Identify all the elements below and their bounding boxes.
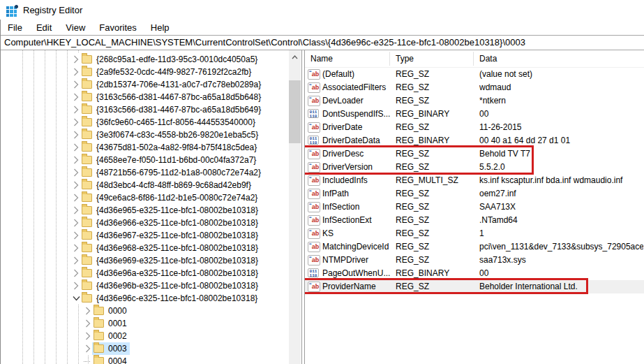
value-row-driverversion[interactable]: “abDriverVersionREG_SZ5.5.2.0 xyxy=(305,161,644,174)
menu-item-file[interactable]: File xyxy=(1,21,29,35)
tree-item-2db15374-706e-4131-a0c7-d7c78eb0289a[interactable]: {2db15374-706e-4131-a0c7-d7c78eb0289a} xyxy=(1,78,289,91)
tree-node[interactable]: 0002 xyxy=(92,330,130,342)
tree-item-4d36e96c-e325-11ce-bfc1-08002be10318[interactable]: {4d36e96c-e325-11ce-bfc1-08002be10318} xyxy=(1,292,289,305)
tree-item-4d36e967-e325-11ce-bfc1-08002be10318[interactable]: {4d36e967-e325-11ce-bfc1-08002be10318} xyxy=(1,229,289,242)
chevron-right-icon[interactable] xyxy=(72,154,80,166)
tree-node[interactable]: {49ce6ac8-6f86-11d2-b1e5-0080c72e74a2} xyxy=(80,191,260,204)
chevron-right-icon[interactable] xyxy=(72,129,80,141)
tree-node[interactable]: {4d36e966-e325-11ce-bfc1-08002be10318} xyxy=(80,217,261,229)
menu-item-edit[interactable]: Edit xyxy=(29,21,59,35)
tree-node[interactable]: {36fc9e60-c465-11cf-8056-444553540000} xyxy=(80,116,258,129)
tree-item-43675d81-502a-4a82-9f84-b75f418c5dea[interactable]: {43675d81-502a-4a82-9f84-b75f418c5dea} xyxy=(1,141,289,154)
tree-item-4d36e969-e325-11ce-bfc1-08002be10318[interactable]: {4d36e969-e325-11ce-bfc1-08002be10318} xyxy=(1,254,289,267)
pane-splitter[interactable] xyxy=(301,50,302,364)
tree-item-48d3ebc4-4cf8-48ff-b869-9c68ad42eb9f[interactable]: {48d3ebc4-4cf8-48ff-b869-9c68ad42eb9f} xyxy=(1,179,289,191)
chevron-right-icon[interactable] xyxy=(72,116,80,129)
chevron-right-icon[interactable] xyxy=(72,78,80,91)
tree-node[interactable]: {3163c566-d381-4467-87bc-a65a18d5b649} xyxy=(80,103,264,116)
value-row-driverdesc[interactable]: “abDriverDescREG_SZBehold TV T7 xyxy=(305,147,644,161)
tree-node[interactable]: {4d36e969-e325-11ce-bfc1-08002be10318} xyxy=(80,254,261,267)
chevron-right-icon[interactable] xyxy=(72,204,80,217)
menu-item-help[interactable]: Help xyxy=(144,21,177,35)
tree-node[interactable]: {4658ee7e-f050-11d1-b6bd-00c04fa372a7} xyxy=(80,154,259,166)
tree-node-selected[interactable]: 0003 xyxy=(92,342,130,355)
tree-item-0003[interactable]: 0003 xyxy=(1,342,289,355)
tree-item-36fc9e60-c465-11cf-8056-444553540000[interactable]: {36fc9e60-c465-11cf-8056-444553540000} xyxy=(1,116,289,129)
value-row-ntmpdriver[interactable]: “abNTMPDriverREG_SZsaa713x.sys xyxy=(305,254,644,267)
tree-node[interactable]: {268c95a1-edfe-11d3-95c3-0010dc4050a5} xyxy=(80,53,260,66)
chevron-right-icon[interactable] xyxy=(72,279,80,292)
chevron-right-icon[interactable] xyxy=(72,91,80,103)
tree-node[interactable]: {4d36e96a-e325-11ce-bfc1-08002be10318} xyxy=(80,267,261,279)
tree-item-268c95a1-edfe-11d3-95c3-0010dc4050a5[interactable]: {268c95a1-edfe-11d3-95c3-0010dc4050a5} xyxy=(1,53,289,66)
column-divider[interactable] xyxy=(389,52,390,66)
value-row-driverdatedata[interactable]: 011110DriverDateDataREG_BINARY00 40 a1 6… xyxy=(305,134,644,147)
column-divider[interactable] xyxy=(473,52,474,66)
address-bar[interactable]: Computer\HKEY_LOCAL_MACHINE\SYSTEM\Curre… xyxy=(0,35,644,50)
chevron-right-icon[interactable] xyxy=(84,342,92,355)
tree-item-4d36e96b-e325-11ce-bfc1-08002be10318[interactable]: {4d36e96b-e325-11ce-bfc1-08002be10318} xyxy=(1,279,289,292)
chevron-right-icon[interactable] xyxy=(72,254,80,267)
value-row-pageoutwhenu[interactable]: 011110PageOutWhenU...REG_BINARY00 xyxy=(305,267,644,280)
column-header-data[interactable]: Data xyxy=(479,50,497,67)
value-row-includedinfs[interactable]: “abIncludedInfsREG_MULTI_SZks.inf kscapt… xyxy=(305,174,644,187)
chevron-right-icon[interactable] xyxy=(72,66,80,78)
tree-node[interactable]: {48721b56-6795-11d2-b1a8-0080c72e74a2} xyxy=(80,166,264,179)
tree-item-0001[interactable]: 0001 xyxy=(1,317,289,330)
chevron-right-icon[interactable] xyxy=(72,141,80,154)
tree-node[interactable]: {4d36e96c-e325-11ce-bfc1-08002be10318} xyxy=(80,292,260,305)
tree-item-0000[interactable]: 0000 xyxy=(1,305,289,317)
tree-item-3163c566-d381-4467-87bc-a65a18d5b648[interactable]: {3163c566-d381-4467-87bc-a65a18d5b648} xyxy=(1,91,289,103)
value-row-default[interactable]: “ab(Default)REG_SZ(value not set) xyxy=(305,68,644,81)
scroll-up-icon[interactable] xyxy=(289,52,301,62)
value-row-devloader[interactable]: “abDevLoaderREG_SZ*ntkern xyxy=(305,94,644,108)
tree-node[interactable]: 0004 xyxy=(92,355,130,364)
tree-item-2a9fe532-0cdc-44f9-9827-76192f2ca2fb[interactable]: {2a9fe532-0cdc-44f9-9827-76192f2ca2fb} xyxy=(1,66,289,78)
column-header-name[interactable]: Name xyxy=(310,50,333,67)
tree-item-3163c566-d381-4467-87bc-a65a18d5b649[interactable]: {3163c566-d381-4467-87bc-a65a18d5b649} xyxy=(1,103,289,116)
chevron-right-icon[interactable] xyxy=(72,103,80,116)
tree-item-49ce6ac8-6f86-11d2-b1e5-0080c72e74a2[interactable]: {49ce6ac8-6f86-11d2-b1e5-0080c72e74a2} xyxy=(1,191,289,204)
tree-item-48721b56-6795-11d2-b1a8-0080c72e74a2[interactable]: {48721b56-6795-11d2-b1a8-0080c72e74a2} xyxy=(1,166,289,179)
value-row-driverdate[interactable]: “abDriverDateREG_SZ11-26-2015 xyxy=(305,121,644,134)
tree-node[interactable]: 0000 xyxy=(92,305,130,317)
tree-node[interactable]: {43675d81-502a-4a82-9f84-b75f418c5dea} xyxy=(80,141,260,154)
tree-item-4d36e96a-e325-11ce-bfc1-08002be10318[interactable]: {4d36e96a-e325-11ce-bfc1-08002be10318} xyxy=(1,267,289,279)
menu-item-view[interactable]: View xyxy=(59,21,92,35)
chevron-right-icon[interactable] xyxy=(72,267,80,279)
tree-item-4d36e965-e325-11ce-bfc1-08002be10318[interactable]: {4d36e965-e325-11ce-bfc1-08002be10318} xyxy=(1,204,289,217)
tree-vertical-scrollbar[interactable] xyxy=(289,50,301,364)
tree-node[interactable]: {3e3f0674-c83c-4558-bb26-9820e1eba5c5} xyxy=(80,129,261,141)
value-row-infpath[interactable]: “abInfPathREG_SZoem27.inf xyxy=(305,187,644,201)
tree-item-3e3f0674-c83c-4558-bb26-9820e1eba5c5[interactable]: {3e3f0674-c83c-4558-bb26-9820e1eba5c5} xyxy=(1,129,289,141)
scrollbar-thumb[interactable] xyxy=(289,80,301,143)
tree-item-4d36e966-e325-11ce-bfc1-08002be10318[interactable]: {4d36e966-e325-11ce-bfc1-08002be10318} xyxy=(1,217,289,229)
tree-node[interactable]: {4d36e965-e325-11ce-bfc1-08002be10318} xyxy=(80,204,261,217)
value-row-infsectionext[interactable]: “abInfSectionExtREG_SZ.NTamd64 xyxy=(305,214,644,227)
chevron-right-icon[interactable] xyxy=(72,179,80,191)
chevron-right-icon[interactable] xyxy=(84,317,92,330)
tree-item-0004[interactable]: 0004 xyxy=(1,355,289,364)
tree-node[interactable]: {2db15374-706e-4131-a0c7-d7c78eb0289a} xyxy=(80,78,264,91)
column-header-type[interactable]: Type xyxy=(396,50,414,67)
chevron-down-icon[interactable] xyxy=(72,292,80,305)
chevron-right-icon[interactable] xyxy=(84,305,92,317)
chevron-right-icon[interactable] xyxy=(84,330,92,342)
chevron-right-icon[interactable] xyxy=(72,191,80,204)
chevron-right-icon[interactable] xyxy=(72,242,80,254)
tree-item-4d36e968-e325-11ce-bfc1-08002be10318[interactable]: {4d36e968-e325-11ce-bfc1-08002be10318} xyxy=(1,242,289,254)
value-row-infsection[interactable]: “abInfSectionREG_SZSAA713X xyxy=(305,201,644,214)
chevron-right-icon[interactable] xyxy=(72,229,80,242)
menu-item-favorites[interactable]: Favorites xyxy=(92,21,143,35)
value-row-ks[interactable]: “abKSREG_SZ1 xyxy=(305,227,644,240)
value-row-associatedfilters[interactable]: “abAssociatedFiltersREG_SZwdmaud xyxy=(305,81,644,94)
tree-item-0002[interactable]: 0002 xyxy=(1,330,289,342)
tree-node[interactable]: {3163c566-d381-4467-87bc-a65a18d5b648} xyxy=(80,91,264,103)
tree-node[interactable]: {2a9fe532-0cdc-44f9-9827-76192f2ca2fb} xyxy=(80,66,254,78)
chevron-right-icon[interactable] xyxy=(72,53,80,66)
tree-node[interactable]: {4d36e967-e325-11ce-bfc1-08002be10318} xyxy=(80,229,261,242)
chevron-right-icon[interactable] xyxy=(72,166,80,179)
chevron-right-icon[interactable] xyxy=(72,217,80,229)
tree-node[interactable]: 0001 xyxy=(92,317,130,330)
tree-node[interactable]: {4d36e968-e325-11ce-bfc1-08002be10318} xyxy=(80,242,261,254)
